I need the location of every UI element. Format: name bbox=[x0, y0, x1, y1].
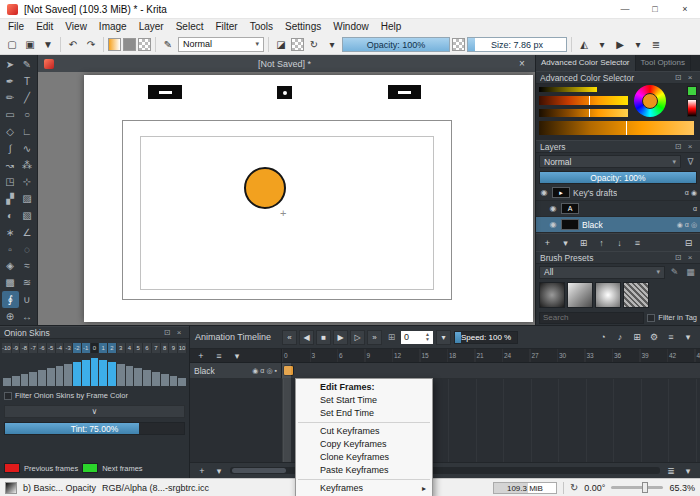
layer-badge-icon[interactable]: ◎ bbox=[691, 221, 697, 229]
brush-preset-thumbnail[interactable] bbox=[5, 482, 17, 494]
layer-badge-icon[interactable]: ◉ bbox=[677, 221, 683, 229]
value-slider[interactable] bbox=[687, 99, 697, 117]
gradient-swatch[interactable] bbox=[108, 38, 121, 51]
onion-opacity-bar[interactable] bbox=[73, 362, 81, 386]
onion-frame-5[interactable]: 5 bbox=[134, 343, 143, 353]
save-icon[interactable]: ▼ bbox=[40, 36, 56, 52]
color-sampler-tool[interactable]: ◐ bbox=[2, 207, 19, 224]
onion-frame-6[interactable]: 6 bbox=[143, 343, 152, 353]
similar-color-selection-tool[interactable]: ≋ bbox=[19, 274, 36, 291]
canvas-area[interactable]: [Not Saved] * × + bbox=[38, 55, 535, 325]
add-layer-caret[interactable]: ▾ bbox=[559, 236, 572, 249]
next-frame-button[interactable]: ▷ bbox=[350, 330, 365, 345]
float-dock-icon[interactable]: ⊡ bbox=[672, 73, 684, 82]
tint-slider[interactable]: Tint: 75.00% bbox=[4, 422, 185, 435]
rectangle-tool[interactable]: ▭ bbox=[2, 106, 19, 123]
new-document-icon[interactable]: ▢ bbox=[4, 36, 20, 52]
color-wheel[interactable] bbox=[634, 85, 666, 117]
layer-filter-icon[interactable]: ∇ bbox=[684, 157, 697, 167]
zoom-slider[interactable] bbox=[611, 486, 663, 489]
display-mode-icon[interactable]: ▦ bbox=[684, 267, 697, 277]
ruler-frames[interactable]: 0369121518212427303336394245 bbox=[282, 349, 700, 362]
onion-frame-10[interactable]: 10 bbox=[178, 343, 187, 353]
previous-frame-button[interactable]: ◀ bbox=[299, 330, 314, 345]
onion-frame--5[interactable]: -5 bbox=[47, 343, 56, 353]
shade-strip-3[interactable] bbox=[539, 121, 694, 135]
tab-tool-options[interactable]: Tool Options bbox=[636, 55, 691, 71]
tag-filter-select[interactable]: All▾ bbox=[539, 266, 665, 279]
timeline-body[interactable] bbox=[190, 379, 700, 462]
pattern-swatch[interactable] bbox=[138, 38, 151, 51]
bezier-curve-tool[interactable]: ∫ bbox=[2, 140, 19, 157]
onion-opacity-bar[interactable] bbox=[38, 370, 46, 386]
assistants-tool[interactable]: ∗ bbox=[2, 224, 19, 241]
onion-frame--7[interactable]: -7 bbox=[29, 343, 38, 353]
rectangular-selection-tool[interactable]: ▫ bbox=[2, 241, 19, 258]
select-shapes-tool[interactable]: ➤ bbox=[2, 56, 19, 73]
menu-image[interactable]: Image bbox=[93, 19, 133, 34]
canvas-angle-value[interactable]: 0.00° bbox=[584, 483, 605, 493]
layer-badge-icon[interactable]: α bbox=[693, 205, 697, 212]
onion-opacity-bar[interactable] bbox=[99, 360, 107, 386]
layer-properties-button[interactable]: ≡ bbox=[631, 236, 644, 249]
layer-badge-icon[interactable]: ◉ bbox=[691, 189, 697, 197]
add-frame-button[interactable]: + bbox=[195, 464, 209, 478]
onion-expand-button[interactable]: ∨ bbox=[4, 405, 185, 418]
onion-opacity-bar[interactable] bbox=[161, 374, 169, 386]
context-menu-item-keyframes[interactable]: Keyframes▸ bbox=[296, 482, 432, 495]
current-frame-spinbox[interactable]: 0▲▼ bbox=[401, 331, 433, 344]
menu-window[interactable]: Window bbox=[327, 19, 375, 34]
gradient-tool[interactable]: ▨ bbox=[19, 190, 36, 207]
onion-frame--4[interactable]: -4 bbox=[56, 343, 65, 353]
menu-view[interactable]: View bbox=[59, 19, 93, 34]
audio-options-icon[interactable]: ♪ bbox=[613, 330, 627, 344]
layer-row-layer[interactable]: ◉Aα bbox=[536, 201, 700, 217]
menu-filter[interactable]: Filter bbox=[209, 19, 243, 34]
transform-tool[interactable]: ◳ bbox=[2, 174, 19, 191]
onion-frame--3[interactable]: -3 bbox=[64, 343, 73, 353]
subwindow-close-icon[interactable]: × bbox=[515, 58, 529, 69]
workspace-chooser-icon[interactable]: ≣ bbox=[648, 36, 664, 52]
menu-help[interactable]: Help bbox=[375, 19, 408, 34]
onion-frame--10[interactable]: -10 bbox=[2, 343, 12, 353]
color-profile-label[interactable]: RGB/Alpha (8...-srgbtrc.icc bbox=[102, 483, 209, 493]
zoom-tool[interactable]: ⊕ bbox=[2, 308, 19, 325]
onion-frame--6[interactable]: -6 bbox=[38, 343, 47, 353]
timeline-layer-frames[interactable] bbox=[282, 363, 700, 378]
move-layer-up-button[interactable]: ↑ bbox=[595, 236, 608, 249]
menu-edit[interactable]: Edit bbox=[30, 19, 59, 34]
layer-badge-icon[interactable]: α bbox=[685, 221, 689, 229]
onion-opacity-bar[interactable] bbox=[64, 364, 72, 386]
frame-options-caret[interactable]: ▾ bbox=[436, 330, 451, 345]
size-slider[interactable]: Size: 7.86 px bbox=[467, 37, 567, 52]
brush-preset-name[interactable]: b) Basic... Opacity bbox=[23, 483, 96, 493]
onion-frame--8[interactable]: -8 bbox=[20, 343, 29, 353]
onion-opacity-bar[interactable] bbox=[170, 376, 178, 386]
layer-row-key-s-drafts[interactable]: ◉▸Key's draftsα◉ bbox=[536, 185, 700, 201]
ellipse-tool[interactable]: ○ bbox=[19, 106, 36, 123]
magnetic-selection-tool[interactable]: ∪ bbox=[19, 291, 36, 308]
calligraphy-tool[interactable]: ✒ bbox=[2, 73, 19, 90]
onion-frame-8[interactable]: 8 bbox=[161, 343, 170, 353]
close-dock-icon[interactable]: × bbox=[684, 73, 696, 82]
edit-shapes-tool[interactable]: ✎ bbox=[19, 56, 36, 73]
frame-actions-icon[interactable]: ⊞ bbox=[630, 330, 644, 344]
shade-strip-1[interactable] bbox=[539, 96, 628, 105]
onion-frame--2[interactable]: -2 bbox=[73, 343, 82, 353]
float-dock-icon[interactable]: ⊡ bbox=[672, 142, 684, 151]
menu-settings[interactable]: Settings bbox=[279, 19, 327, 34]
onion-frame-4[interactable]: 4 bbox=[126, 343, 135, 353]
hue-strip[interactable] bbox=[539, 87, 597, 92]
rotation-icon[interactable]: ↻ bbox=[570, 482, 578, 493]
caret-down-icon[interactable]: ▾ bbox=[324, 36, 340, 52]
menu-icon[interactable]: ≡ bbox=[664, 330, 678, 344]
onion-opacity-bar[interactable] bbox=[12, 376, 20, 386]
context-menu-item-paste-keyframes[interactable]: Paste Keyframes bbox=[296, 464, 432, 477]
onion-opacity-bar[interactable] bbox=[91, 358, 99, 386]
caret-down-icon[interactable]: ▾ bbox=[594, 36, 610, 52]
pan-tool[interactable]: ↔ bbox=[19, 308, 36, 325]
caret-down-icon[interactable]: ▾ bbox=[630, 36, 646, 52]
keyframe-marker[interactable] bbox=[283, 365, 294, 376]
onion-opacity-bar[interactable] bbox=[134, 368, 142, 386]
timeline-scrollbar-thumb[interactable] bbox=[232, 468, 286, 473]
